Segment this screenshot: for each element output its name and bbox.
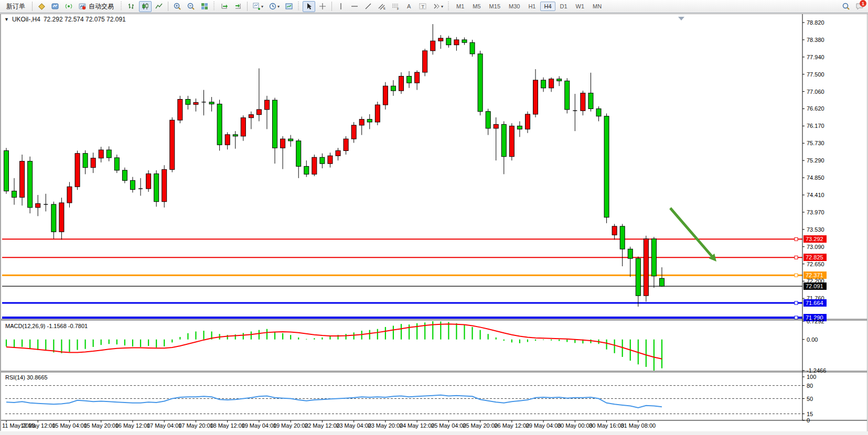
price-axis-label: 74.850 xyxy=(807,175,824,181)
support-line-blue-1-handle[interactable] xyxy=(795,301,798,304)
candle-body xyxy=(273,100,277,148)
price-line-tag[interactable]: 71.664 xyxy=(803,299,827,307)
timeframe-h1-button[interactable]: H1 xyxy=(524,2,539,11)
dropdown-arrow-icon[interactable]: ▾ xyxy=(441,4,443,9)
trendline-icon xyxy=(364,2,372,10)
text-button[interactable]: A xyxy=(403,1,415,12)
notification-badge: 1 xyxy=(860,0,866,7)
signals-button[interactable] xyxy=(62,1,75,12)
new-chart-icon xyxy=(252,2,261,10)
vertical-line-button[interactable] xyxy=(335,1,347,12)
candle-body xyxy=(233,135,238,136)
price-line-tag[interactable]: 72.825 xyxy=(803,254,827,261)
arrows-button[interactable]: ▾ xyxy=(430,1,445,12)
candle-body xyxy=(446,38,451,45)
terminal-button[interactable] xyxy=(49,1,61,12)
candle-body xyxy=(596,108,601,116)
price-axis-label: 76.620 xyxy=(807,105,824,112)
candle-body xyxy=(225,135,230,145)
notifications-button[interactable]: 1 xyxy=(853,1,866,12)
candle-body xyxy=(36,203,40,207)
zoom-out-button[interactable] xyxy=(185,1,197,12)
candle-body xyxy=(565,81,570,110)
chart-properties-button[interactable] xyxy=(283,1,295,12)
date-axis-label: 15 May 04:00 xyxy=(52,422,87,429)
candle-body xyxy=(20,161,25,198)
cursor-button[interactable] xyxy=(303,1,315,12)
price-line-tag[interactable]: 73.292 xyxy=(803,235,827,243)
date-axis-label: 26 May 12:00 xyxy=(495,422,530,429)
candle-body xyxy=(454,40,459,45)
support-line-blue-2-handle[interactable] xyxy=(795,316,798,319)
tile-windows-button[interactable] xyxy=(198,1,211,12)
auto-scroll-button[interactable] xyxy=(218,1,231,12)
macd-pane-label: MACD(12,26,9) -1.1568 -0.7801 xyxy=(5,323,88,329)
bar-chart-mode-button[interactable] xyxy=(125,1,138,12)
candle-body xyxy=(612,226,617,235)
new-order-button[interactable]: 新订单 xyxy=(2,1,29,12)
auto-scroll-icon xyxy=(220,2,229,10)
toolbar-separator xyxy=(247,2,248,11)
support-line-orange-handle[interactable] xyxy=(795,274,798,277)
equidistant-channel-button[interactable]: E xyxy=(376,1,388,12)
timeframe-m5-button[interactable]: M5 xyxy=(469,2,484,11)
candle-body xyxy=(178,100,183,121)
dropdown-arrow-icon[interactable]: ▾ xyxy=(261,4,263,9)
dropdown-arrow-icon[interactable]: ▾ xyxy=(277,4,280,9)
horizontal-line-button[interactable] xyxy=(348,1,361,12)
trendline-button[interactable] xyxy=(362,1,374,12)
new-chart-button[interactable]: ▾ xyxy=(250,1,265,12)
chart-shift-button[interactable] xyxy=(232,1,244,12)
candle-body xyxy=(264,100,269,110)
date-axis-label: 30 May 00:00 xyxy=(558,422,593,429)
candle-body xyxy=(494,124,498,128)
toolbar-separator xyxy=(32,2,33,11)
candle-body xyxy=(659,278,664,286)
candle-body xyxy=(4,150,9,191)
price-chart[interactable] xyxy=(1,14,868,431)
candle-body xyxy=(517,126,522,129)
cursor-icon xyxy=(305,2,313,10)
candle-body xyxy=(391,86,395,91)
search-button[interactable] xyxy=(840,1,852,12)
candle-body xyxy=(588,93,593,109)
timeframe-h4-button[interactable]: H4 xyxy=(540,2,555,11)
candle-body xyxy=(28,161,33,208)
candle-body xyxy=(344,139,348,150)
periods-button[interactable]: ▾ xyxy=(266,1,282,12)
candle-body xyxy=(114,158,119,170)
candle-body xyxy=(130,180,135,189)
resistance-line-1-handle[interactable] xyxy=(795,237,798,241)
candle-body xyxy=(375,105,380,122)
date-axis-label: 12 May 12:00 xyxy=(20,422,56,429)
timeframe-d1-button[interactable]: D1 xyxy=(556,2,571,11)
fibonacci-button[interactable]: F xyxy=(389,1,402,12)
text-label-button[interactable]: T xyxy=(416,1,429,12)
timeframe-m1-button[interactable]: M1 xyxy=(453,2,468,11)
symbol-dropdown-icon[interactable]: ▼ xyxy=(4,17,9,22)
date-axis-label: 29 May 04:00 xyxy=(526,422,561,429)
candle-body xyxy=(249,115,253,118)
candle-body xyxy=(541,80,546,88)
line-chart-mode-button[interactable] xyxy=(153,1,165,12)
crosshair-button[interactable] xyxy=(316,1,329,12)
zoom-in-button[interactable] xyxy=(171,1,184,12)
chart-title[interactable]: ▼ UKOil-,H4 72.292 72.574 72.075 72.091 xyxy=(4,16,126,23)
line-chart-icon xyxy=(155,2,163,10)
candle-body xyxy=(351,125,356,139)
candle-body xyxy=(423,51,427,72)
macd-axis-label: 0.7292 xyxy=(807,318,824,324)
resistance-line-2-handle[interactable] xyxy=(795,256,798,259)
price-line-tag[interactable]: 72.371 xyxy=(803,271,827,279)
timeframe-mn-button[interactable]: MN xyxy=(589,2,605,11)
fibo-icon: F xyxy=(391,2,400,10)
timeframe-m15-button[interactable]: M15 xyxy=(486,2,504,11)
timeframe-w1-button[interactable]: W1 xyxy=(572,2,588,11)
candle-body xyxy=(194,103,198,105)
crosshair-icon xyxy=(318,2,327,10)
auto-trading-button[interactable]: 自动交易 xyxy=(76,1,118,12)
candlestick-mode-button[interactable] xyxy=(139,1,152,12)
candle-body xyxy=(51,204,56,232)
timeframe-m30-button[interactable]: M30 xyxy=(505,2,523,11)
metaeditor-button[interactable] xyxy=(35,1,48,12)
